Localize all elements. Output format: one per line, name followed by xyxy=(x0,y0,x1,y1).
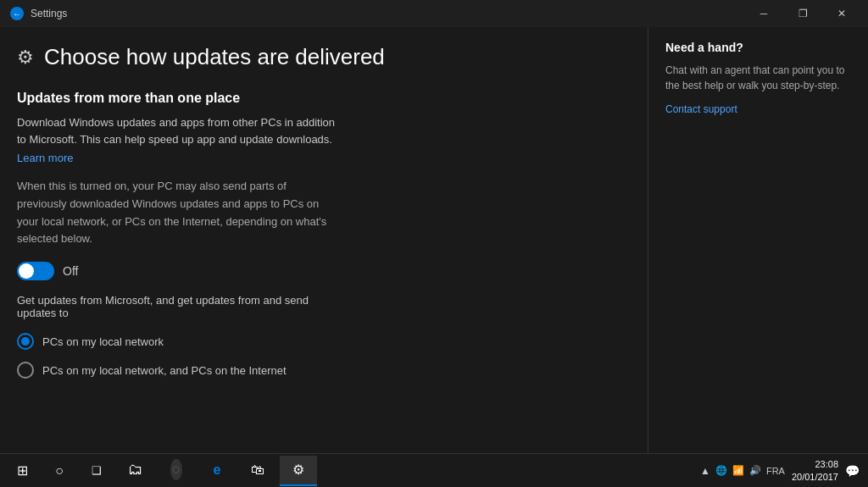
taskbar-app-explorer[interactable]: 🗂 xyxy=(117,456,154,486)
notification-icon[interactable]: 💬 xyxy=(845,464,860,478)
clock-time: 23:08 xyxy=(792,458,838,470)
search-button[interactable]: ○ xyxy=(42,456,76,486)
radio-local-network[interactable]: PCs on my local network xyxy=(17,333,631,350)
gear-icon: ⚙ xyxy=(17,47,34,69)
chevron-icon[interactable]: ▲ xyxy=(700,465,710,477)
sidebar-description: Chat with an agent that can point you to… xyxy=(665,63,851,93)
taskbar-app-settings[interactable]: ⚙ xyxy=(280,456,317,486)
radio-label-1: PCs on my local network xyxy=(42,335,164,348)
taskbar-right: ▲ 🌐 📶 🔊 FRA 23:08 20/01/2017 💬 xyxy=(700,458,863,483)
sidebar-heading: Need a hand? xyxy=(665,41,851,54)
toggle-label: Off xyxy=(63,264,78,278)
learn-more-link[interactable]: Learn more xyxy=(17,152,73,164)
language-label: FRA xyxy=(766,466,785,476)
radio-internet[interactable]: PCs on my local network, and PCs on the … xyxy=(17,362,631,379)
delivery-toggle[interactable] xyxy=(17,262,54,280)
wifi-icon: 📶 xyxy=(732,465,744,476)
radio-label-2: PCs on my local network, and PCs on the … xyxy=(42,364,287,377)
main-area: ⚙ Choose how updates are delivered Updat… xyxy=(0,27,868,453)
taskbar: ⊞ ○ ❑ 🗂 ○ e 🛍 ⚙ ▲ 🌐 📶 🔊 FRA 23:08 20/ xyxy=(0,453,868,487)
radio-inner-1 xyxy=(21,337,30,346)
section-title: Updates from more than one place xyxy=(17,91,631,106)
restore-button[interactable]: ❐ xyxy=(783,0,822,27)
taskbar-app-edge[interactable]: e xyxy=(198,456,236,486)
page-header: ⚙ Choose how updates are delivered xyxy=(17,44,631,70)
taskbar-app-store[interactable]: 🛍 xyxy=(239,456,276,486)
radio-section-text: Get updates from Microsoft, and get upda… xyxy=(17,294,339,319)
right-sidebar: Need a hand? Chat with an agent that can… xyxy=(648,27,868,453)
toggle-row: Off xyxy=(17,262,631,280)
description-text: Download Windows updates and apps from o… xyxy=(17,114,339,147)
page-title: Choose how updates are delivered xyxy=(44,44,385,70)
close-button[interactable]: ✕ xyxy=(822,0,861,27)
task-view-button[interactable]: ❑ xyxy=(80,456,114,486)
taskbar-clock: 23:08 20/01/2017 xyxy=(792,458,838,483)
back-icon[interactable]: ← xyxy=(10,7,24,20)
system-tray: ▲ 🌐 📶 🔊 FRA xyxy=(700,465,785,477)
taskbar-left: ⊞ ○ ❑ 🗂 ○ e 🛍 ⚙ xyxy=(5,456,317,486)
network-icon: 🌐 xyxy=(715,465,727,476)
start-button[interactable]: ⊞ xyxy=(5,456,39,486)
minimize-button[interactable]: ─ xyxy=(744,0,783,27)
taskbar-app-cortana[interactable]: ○ xyxy=(158,456,195,486)
radio-outer-2 xyxy=(17,362,34,379)
secondary-description: When this is turned on, your PC may also… xyxy=(17,178,339,248)
volume-icon: 🔊 xyxy=(749,465,761,476)
clock-date: 20/01/2017 xyxy=(792,471,838,483)
radio-section: Get updates from Microsoft, and get upda… xyxy=(17,294,631,379)
window-title: Settings xyxy=(31,8,67,19)
window-controls: ─ ❐ ✕ xyxy=(744,0,861,27)
contact-support-link[interactable]: Contact support xyxy=(665,103,737,115)
title-bar-left: ← Settings xyxy=(10,7,67,20)
content-area: ⚙ Choose how updates are delivered Updat… xyxy=(0,27,648,453)
radio-outer-1 xyxy=(17,333,34,350)
title-bar: ← Settings ─ ❐ ✕ xyxy=(0,0,868,27)
